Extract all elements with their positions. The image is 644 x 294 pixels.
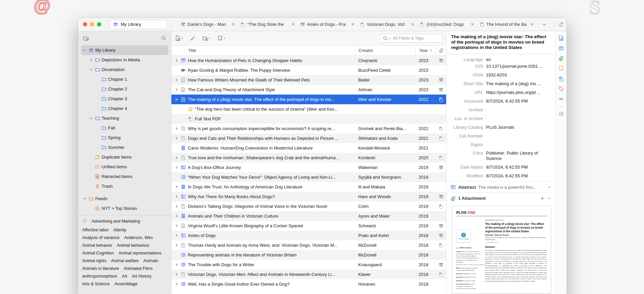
collection-retracted-items[interactable]: Retracted Items	[81, 172, 168, 181]
attachment-preview-card[interactable]: PLOSONE Check for updates OPEN ACCESS Ci…	[452, 206, 551, 294]
chevron-up-icon[interactable]	[547, 196, 551, 200]
expand-twisty-icon[interactable]	[174, 97, 179, 102]
item-row-canis-modernis-human-dog-coevolution-in-[interactable]: Canis Modernis: Human/Dog Coevolution in…	[171, 143, 446, 153]
collection-chapter-4[interactable]: Chapter 4	[81, 104, 168, 113]
expand-twisty-icon[interactable]	[174, 262, 179, 267]
expand-twisty-icon[interactable]	[95, 97, 100, 101]
field-value[interactable]: 8/7/2024, 6:42:55 PM	[486, 165, 552, 170]
item-row-well-has-a-single-good-author-ever-owned[interactable]: Well, Has a Single Good Author Ever Owne…	[171, 279, 446, 289]
new-collection-icon[interactable]	[83, 36, 89, 41]
expand-twisty-icon[interactable]	[174, 126, 179, 131]
expand-twisty-icon[interactable]	[174, 224, 179, 228]
collection-search-icon[interactable]	[161, 36, 166, 41]
collection-chapter-1[interactable]: Chapter 1	[81, 74, 168, 84]
item-row-why-are-there-so-many-books-about-dogs[interactable]: Why Are There So Many Books About Dogs?H…	[171, 192, 446, 201]
field-value[interactable]: The making of a (dog) mo ...	[486, 81, 552, 86]
tab-the-hound-of-the-ba[interactable]: The Hound of the Ba✕	[477, 18, 537, 31]
close-tab-icon[interactable]: ✕	[471, 22, 474, 27]
tag-animal-behavior[interactable]: Animal behavior	[82, 243, 112, 248]
add-by-identifier-wand-icon[interactable]	[190, 35, 196, 41]
sync-icon[interactable]	[558, 22, 564, 27]
item-row-representing-animals-in-the-literature-o[interactable]: Representing animals in the literature o…	[171, 250, 446, 260]
child-item-row-full-text-pdf[interactable]: Full Text PDF	[171, 114, 446, 124]
field-value[interactable]: en	[486, 57, 552, 62]
item-row-virginia-woolf-s-little-known-biography-[interactable]: Virginia Woolf’s Little-Known Biography …	[171, 221, 446, 231]
tag-dog-emoji[interactable]	[82, 219, 87, 225]
expand-twisty-icon[interactable]	[95, 87, 100, 92]
item-row-why-is-pet-goods-consumption-imperceptib[interactable]: Why is pet goods consumption imperceptib…	[171, 124, 446, 133]
search-icon[interactable]	[383, 36, 391, 41]
item-row-aisles-of-dogs[interactable]: Aisles of DogsPrato and Kehrt2018	[171, 231, 446, 240]
expand-twisty-icon[interactable]	[174, 136, 179, 141]
item-row-a-dog-s-box-office-journey[interactable]: A Dog's Box-Office JourneyWakeman2019	[171, 163, 446, 172]
expand-twisty-icon[interactable]	[174, 204, 179, 209]
field-value[interactable]: 8/7/2024, 6:42:55 PM	[486, 99, 552, 104]
collapse-twisty-icon[interactable]	[89, 67, 93, 72]
tab-my-library[interactable]: My Library	[109, 20, 167, 29]
field-value[interactable]: Publisher: Public Library of Science	[486, 151, 552, 162]
new-note-icon[interactable]	[217, 35, 226, 41]
item-title[interactable]: The making of a (dog) movie star: The ef…	[446, 31, 555, 53]
column-header-attachment[interactable]	[436, 46, 446, 55]
tag-affective-labor[interactable]: Affective labor	[82, 228, 109, 232]
expand-twisty-icon[interactable]	[89, 184, 93, 189]
item-row-in-dogs-we-trust-an-anthology-of-america[interactable]: In Dogs We Trust: An Anthology of Americ…	[171, 182, 446, 192]
expand-twisty-icon[interactable]	[89, 165, 93, 169]
collapse-twisty-icon[interactable]	[89, 116, 93, 121]
new-item-icon[interactable]	[175, 35, 184, 41]
expand-twisty-icon[interactable]	[174, 58, 179, 63]
expand-twisty-icon[interactable]	[174, 233, 179, 238]
collection-trash[interactable]: Trash	[81, 181, 168, 191]
expand-twisty-icon[interactable]	[95, 77, 100, 82]
field-value[interactable]: 1932-6203	[486, 72, 552, 77]
expand-twisty-icon[interactable]	[174, 156, 179, 160]
abstract-section[interactable]: Abstract The media is a powerful forc...	[446, 181, 555, 192]
expand-twisty-icon[interactable]	[89, 206, 93, 211]
tab-overflow-chevron-icon[interactable]	[539, 22, 550, 27]
rail-info-icon[interactable]	[558, 35, 564, 41]
new-attachment-icon[interactable]	[202, 35, 211, 41]
field-value[interactable]: https://journals.plos.org/pl ...	[486, 90, 552, 95]
zoom-window-button[interactable]	[97, 22, 101, 26]
field-value[interactable]: 10.1371/journal.pone.0261 ...	[486, 64, 552, 69]
item-row-ryan-gosling-margot-robbie-the-puppy-int[interactable]: Ryan Gosling & Margot Robbie: The Puppy …	[171, 65, 446, 75]
expand-twisty-icon[interactable]	[95, 145, 100, 150]
minimize-window-button[interactable]	[90, 22, 94, 26]
tag-advertising-and-marketing[interactable]: Advertising and Marketing	[92, 219, 140, 225]
expand-twisty-icon[interactable]	[174, 78, 179, 82]
expand-twisty-icon[interactable]	[174, 194, 179, 199]
expand-twisty-icon[interactable]	[95, 106, 100, 111]
field-value[interactable]: 8/7/2024, 6:42:55 PM	[486, 173, 552, 178]
collapse-twisty-icon[interactable]	[82, 48, 87, 53]
rail-attachments-icon[interactable]	[558, 56, 564, 61]
expand-twisty-icon[interactable]	[174, 243, 179, 248]
tab-aisles-of-dogs-pra[interactable]: Aisles of Dogs - Pra✕	[298, 18, 357, 31]
tab-the-dog-stole-the[interactable]: “The Dog Stole the ✕	[238, 18, 298, 31]
collection-depictions-in-media[interactable]: Depictions In Media	[81, 55, 168, 65]
expand-twisty-icon[interactable]	[89, 155, 93, 160]
rail-tags-icon[interactable]	[558, 86, 564, 92]
collection-chapter-3[interactable]: Chapter 3	[81, 94, 168, 104]
tag-animal-behaviour[interactable]: Animal behaviour	[117, 243, 150, 248]
rail-abstract-icon[interactable]	[558, 46, 564, 51]
collection-summer[interactable]: Summer	[81, 142, 168, 152]
expand-twisty-icon[interactable]	[95, 126, 100, 130]
close-tab-icon[interactable]: ✕	[530, 22, 534, 27]
collection-nyt-top-stories[interactable]: NYT > Top Stories	[81, 203, 168, 213]
collection-my-library[interactable]: My Library	[81, 45, 168, 55]
rail-libraries-collections-icon[interactable]	[558, 76, 564, 81]
column-header-year[interactable]: Year	[415, 46, 436, 55]
collection-unfiled-items[interactable]: Unfiled Items	[81, 162, 168, 172]
collection-dissertation[interactable]: Dissertation	[81, 65, 168, 74]
item-row-victorian-dogs-victorian-men-affect-and-[interactable]: Victorian Dogs, Victorian Men: Affect an…	[171, 270, 446, 279]
field-value[interactable]: PLoS Journals	[486, 125, 552, 130]
close-window-button[interactable]	[83, 22, 87, 26]
tab-dante-s-dogs-man[interactable]: Dante’s Dogs - Man✕	[178, 18, 238, 31]
expand-twisty-icon[interactable]	[174, 87, 179, 92]
close-tab-icon[interactable]: ✕	[411, 22, 415, 27]
tag-arts-science[interactable]: Arts & Science	[82, 282, 110, 286]
expand-twisty-icon[interactable]	[89, 174, 93, 179]
collection-chapter-2[interactable]: Chapter 2	[81, 84, 168, 94]
expand-twisty-icon[interactable]	[174, 214, 179, 219]
tag-animal-representations[interactable]: Animal representations	[119, 251, 162, 255]
